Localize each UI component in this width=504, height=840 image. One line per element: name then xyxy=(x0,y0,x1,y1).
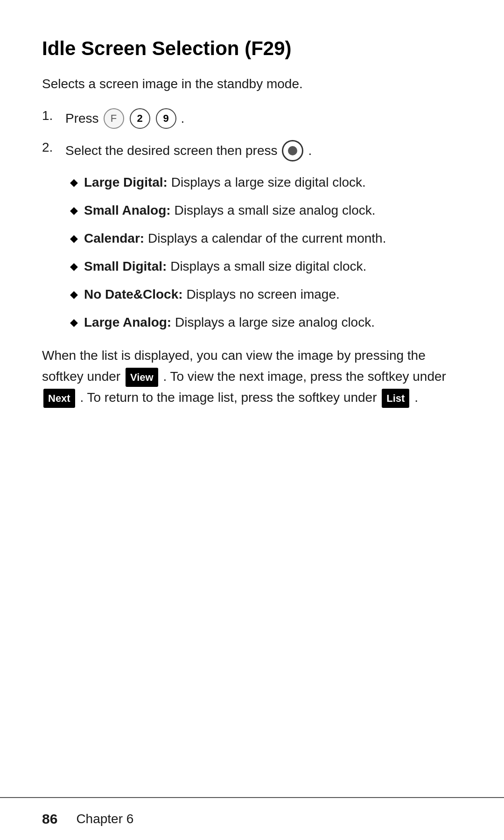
step-2-number: 2. xyxy=(42,140,65,155)
bullet-diamond-4: ◆ xyxy=(70,259,84,274)
bullet-text-2: Small Analog: Displays a small size anal… xyxy=(84,201,376,220)
bullet-item-large-analog: ◆ Large Analog: Displays a large size an… xyxy=(70,313,462,332)
list-badge: List xyxy=(382,389,409,408)
bullet-desc-1-text: Displays a large size digital clock. xyxy=(171,175,366,189)
page-footer: 86 Chapter 6 xyxy=(0,797,504,840)
bullet-text-4: Small Digital: Displays a small size dig… xyxy=(84,257,366,276)
key-2-button: 2 xyxy=(130,108,150,129)
bullet-list: ◆ Large Digital: Displays a large size d… xyxy=(70,173,462,332)
step-2: 2. Select the desired screen then press … xyxy=(42,140,462,161)
footer-page-number: 86 xyxy=(42,811,57,827)
step-2-content: Select the desired screen then press . xyxy=(65,140,312,161)
bullet-term-6: Large Analog: xyxy=(84,315,171,329)
step-2-period: . xyxy=(308,143,312,158)
bullet-text-3: Calendar: Displays a calendar of the cur… xyxy=(84,229,386,248)
bullet-diamond-5: ◆ xyxy=(70,287,84,302)
bullet-term-4: Small Digital: xyxy=(84,259,167,273)
bullet-desc-6-text: Displays a large size analog clock. xyxy=(175,315,375,329)
bullet-text-5: No Date&Clock: Displays no screen image. xyxy=(84,285,340,304)
subtitle: Selects a screen image in the standby mo… xyxy=(42,77,462,91)
page-title: Idle Screen Selection (F29) xyxy=(42,37,462,60)
step-1-number: 1. xyxy=(42,108,65,123)
step-2-text-before: Select the desired screen then press xyxy=(65,143,277,158)
bullet-text-1: Large Digital: Displays a large size dig… xyxy=(84,173,366,192)
key-f-button: F xyxy=(104,108,124,129)
next-badge: Next xyxy=(43,389,75,408)
bullet-desc-2-text: Displays a small size analog clock. xyxy=(174,203,375,217)
step-1-text-before: Press xyxy=(65,111,99,126)
bullet-term-3: Calendar: xyxy=(84,231,144,245)
bullet-diamond-1: ◆ xyxy=(70,175,84,190)
view-badge: View xyxy=(126,368,158,387)
step-1-content: Press F 2 9 . xyxy=(65,108,184,129)
step-1-period: . xyxy=(181,111,185,126)
bullet-item-no-date-clock: ◆ No Date&Clock: Displays no screen imag… xyxy=(70,285,462,304)
footer-chapter: Chapter 6 xyxy=(76,812,133,826)
bullet-term-2: Small Analog: xyxy=(84,203,171,217)
bullet-desc-5-text: Displays no screen image. xyxy=(186,287,339,301)
bullet-item-small-digital: ◆ Small Digital: Displays a small size d… xyxy=(70,257,462,276)
bullet-desc-4-text: Displays a small size digital clock. xyxy=(170,259,366,273)
bullet-item-small-analog: ◆ Small Analog: Displays a small size an… xyxy=(70,201,462,220)
para-part4: . xyxy=(414,390,418,405)
bullet-desc-3-text: Displays a calendar of the current month… xyxy=(148,231,386,245)
circle-key-button xyxy=(282,140,303,161)
bullet-term-5: No Date&Clock: xyxy=(84,287,183,301)
bullet-diamond-6: ◆ xyxy=(70,315,84,330)
bullet-text-6: Large Analog: Displays a large size anal… xyxy=(84,313,375,332)
step-1: 1. Press F 2 9 . xyxy=(42,108,462,129)
para-part3: . To return to the image list, press the… xyxy=(80,390,377,405)
bullet-diamond-2: ◆ xyxy=(70,203,84,218)
bullet-item-calendar: ◆ Calendar: Displays a calendar of the c… xyxy=(70,229,462,248)
bullet-term-1: Large Digital: xyxy=(84,175,168,189)
bullet-diamond-3: ◆ xyxy=(70,231,84,246)
key-9-button: 9 xyxy=(156,108,176,129)
softkey-paragraph: When the list is displayed, you can view… xyxy=(42,345,462,408)
para-part2: . To view the next image, press the soft… xyxy=(163,369,446,384)
bullet-item-large-digital: ◆ Large Digital: Displays a large size d… xyxy=(70,173,462,192)
